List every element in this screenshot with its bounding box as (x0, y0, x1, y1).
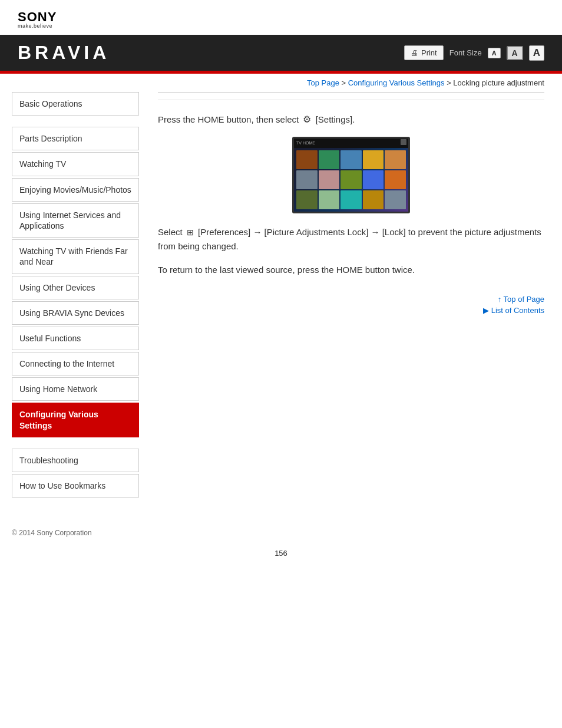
breadcrumb: Top Page > Configuring Various Settings … (0, 74, 562, 92)
tv-thumb-11 (296, 190, 318, 209)
sidebar-item-parts-description[interactable]: Parts Description (12, 127, 139, 150)
font-size-large-button[interactable]: A (529, 45, 544, 61)
breadcrumb-sep2: > (445, 78, 454, 87)
tv-title-text: TV HOME (296, 141, 406, 145)
sony-logo: SONY make.believe (18, 11, 544, 29)
breadcrumb-sep1: > (339, 78, 348, 87)
printer-icon: 🖨 (411, 48, 418, 57)
tv-thumb-12 (319, 190, 340, 209)
bravia-title: BRAVIA (18, 42, 110, 64)
step2-rest: [Preferences] → [Picture Adjustments Loc… (158, 227, 541, 251)
mid-divider (158, 100, 544, 100)
top-divider (158, 92, 544, 93)
sidebar-item-using-bravia-sync[interactable]: Using BRAVIA Sync Devices (12, 301, 139, 325)
page-number: 156 (0, 543, 562, 564)
bravia-banner: BRAVIA 🖨 Print Font Size A A A (0, 35, 562, 71)
tv-thumb-8 (340, 170, 362, 189)
tv-thumb-1 (296, 150, 318, 169)
sidebar-item-configuring-settings[interactable]: Configuring Various Settings (12, 403, 139, 437)
up-arrow-icon: ↑ (498, 295, 504, 304)
settings-label: [Settings]. (316, 114, 355, 124)
list-of-contents-link[interactable]: ▶ List of Contents (483, 306, 544, 315)
top-header: SONY make.believe (0, 0, 562, 35)
step2-label: Select (158, 227, 183, 237)
step1-text: Press the HOME button, then select ⚙ [Se… (158, 112, 544, 127)
content-area: Press the HOME button, then select ⚙ [Se… (146, 92, 562, 511)
tv-thumb-5 (385, 150, 406, 169)
breadcrumb-top-page[interactable]: Top Page (307, 78, 339, 87)
tv-thumb-7 (319, 170, 340, 189)
sidebar-item-troubleshooting[interactable]: Troubleshooting (12, 449, 139, 472)
footer-links: ↑ Top of Page ▶ List of Contents (158, 295, 544, 315)
sidebar-item-using-internet[interactable]: Using Internet Services and Applications (12, 203, 139, 238)
tv-thumb-3 (340, 150, 362, 169)
tv-grid (294, 148, 408, 212)
tv-corner-button (401, 139, 406, 145)
print-button[interactable]: 🖨 Print (404, 45, 444, 60)
tv-thumb-10 (385, 170, 406, 189)
tv-thumb-2 (319, 150, 340, 169)
main-layout: Basic Operations Parts Description Watch… (0, 92, 562, 511)
tv-thumb-15 (385, 190, 406, 209)
sidebar-item-useful-functions[interactable]: Useful Functions (12, 327, 139, 350)
tv-title-bar: TV HOME (294, 139, 408, 148)
preferences-icon: ⊞ (187, 228, 194, 237)
right-arrow-icon: ▶ (483, 306, 491, 315)
tv-thumb-14 (363, 190, 384, 209)
sidebar-item-how-to-use[interactable]: How to Use Bookmarks (12, 474, 139, 498)
breadcrumb-current: Locking picture adjustment (453, 78, 544, 87)
font-size-label: Font Size (449, 48, 482, 57)
font-size-small-button[interactable]: A (488, 48, 501, 58)
sidebar-item-connecting-internet[interactable]: Connecting to the Internet (12, 352, 139, 375)
breadcrumb-configuring[interactable]: Configuring Various Settings (348, 78, 445, 87)
top-of-page-link[interactable]: ↑ Top of Page (498, 295, 544, 304)
copyright-text: © 2014 Sony Corporation (12, 529, 92, 537)
sidebar-item-using-home-network[interactable]: Using Home Network (12, 377, 139, 401)
tv-thumb-4 (363, 150, 384, 169)
page-footer: © 2014 Sony Corporation (0, 523, 562, 543)
sidebar-item-enjoying-movies[interactable]: Enjoying Movies/Music/Photos (12, 178, 139, 202)
tv-thumb-6 (296, 170, 318, 189)
sony-tagline: make.believe (18, 24, 544, 29)
step2-text: Select ⊞ [Preferences] → [Picture Adjust… (158, 225, 544, 253)
sidebar-item-using-other-devices[interactable]: Using Other Devices (12, 276, 139, 299)
tv-screenshot: TV HOME (292, 137, 410, 213)
sidebar-item-watching-tv[interactable]: Watching TV (12, 152, 139, 176)
font-size-medium-button[interactable]: A (507, 46, 523, 60)
step3-text: To return to the last viewed source, pre… (158, 263, 544, 277)
print-label: Print (421, 48, 437, 57)
banner-controls: 🖨 Print Font Size A A A (404, 45, 544, 61)
sony-logo-text: SONY (18, 11, 544, 24)
sidebar-item-watching-tv-friends[interactable]: Watching TV with Friends Far and Near (12, 239, 139, 274)
step1-label: Press the HOME button, then select (158, 114, 299, 124)
sidebar: Basic Operations Parts Description Watch… (0, 92, 146, 511)
tv-thumb-13 (340, 190, 362, 209)
sidebar-item-basic-operations[interactable]: Basic Operations (12, 92, 139, 116)
tv-thumb-9 (363, 170, 384, 189)
settings-icon: ⚙ (303, 114, 311, 124)
